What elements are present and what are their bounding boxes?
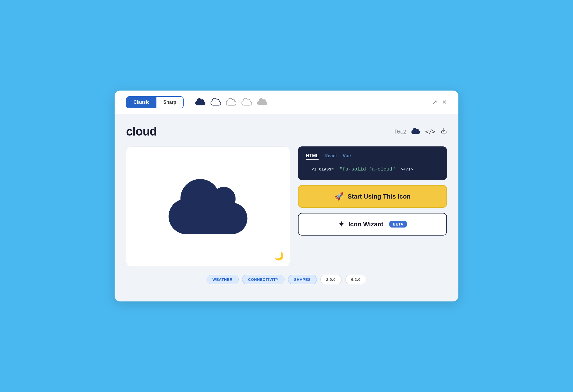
icon-variant-list (195, 98, 267, 107)
icon-code-ref: f0c2 (394, 129, 406, 135)
main-content: cloud f0c2 </> (115, 114, 458, 290)
code-tabs: HTML React Vue (306, 153, 439, 160)
sparkle-icon: ✦ (338, 220, 344, 229)
cloud-preview-svg (165, 175, 251, 238)
tag-connectivity[interactable]: CONNECTIVITY (242, 275, 284, 284)
icon-title-row: cloud f0c2 </> (126, 125, 447, 138)
icon-wizard-button[interactable]: ✦ Icon Wizard BETA (298, 213, 447, 236)
expand-icon[interactable]: ↗ (432, 99, 437, 106)
outline-cloud-1-icon[interactable] (211, 98, 221, 107)
gray-cloud-icon[interactable] (257, 98, 267, 107)
start-using-label: Start Using This Icon (348, 193, 411, 200)
download-icon[interactable] (441, 128, 447, 136)
header-bar: Classic Sharp (115, 91, 458, 114)
code-snippet: <i class="fa-solid fa-cloud"></i> (306, 165, 439, 173)
sharp-tab[interactable]: Sharp (156, 97, 183, 108)
wizard-label: Icon Wizard (348, 221, 384, 228)
start-using-button[interactable]: 🚀 Start Using This Icon (298, 185, 447, 208)
outline-cloud-2-icon[interactable] (226, 98, 236, 107)
icon-name: cloud (126, 125, 157, 138)
tag-weather[interactable]: WEATHER (207, 275, 239, 284)
tag-version-200[interactable]: 2.0.0 (320, 275, 342, 284)
code-block: HTML React Vue <i class="fa-solid fa-clo… (298, 146, 447, 180)
tab-vue[interactable]: Vue (343, 153, 351, 160)
moon-icon[interactable]: 🌙 (274, 251, 284, 261)
tab-html[interactable]: HTML (306, 153, 319, 160)
rocket-icon: 🚀 (334, 192, 344, 201)
header-actions: ↗ ✕ (432, 99, 447, 106)
code-bracket-icon[interactable]: </> (425, 128, 435, 135)
outline-cloud-3-icon[interactable] (242, 98, 252, 107)
two-col-layout: 🌙 HTML React Vue <i class="fa-solid fa-c… (126, 146, 447, 267)
meta-cloud-icon (411, 128, 420, 136)
beta-badge: BETA (389, 221, 407, 228)
classic-tab[interactable]: Classic (127, 97, 156, 108)
main-window: Classic Sharp (115, 91, 458, 301)
solid-cloud-icon[interactable] (195, 98, 205, 107)
style-toggle[interactable]: Classic Sharp (126, 96, 184, 108)
tab-react[interactable]: React (324, 153, 337, 160)
close-icon[interactable]: ✕ (442, 99, 447, 106)
tag-shapes[interactable]: SHAPES (288, 275, 317, 284)
tag-version-620[interactable]: 6.2.0 (345, 275, 367, 284)
right-panel: HTML React Vue <i class="fa-solid fa-clo… (298, 146, 447, 236)
icon-preview-box: 🌙 (126, 146, 290, 267)
tags-row: WEATHER CONNECTIVITY SHAPES 2.0.0 6.2.0 (126, 275, 447, 284)
icon-meta: f0c2 </> (394, 128, 447, 136)
